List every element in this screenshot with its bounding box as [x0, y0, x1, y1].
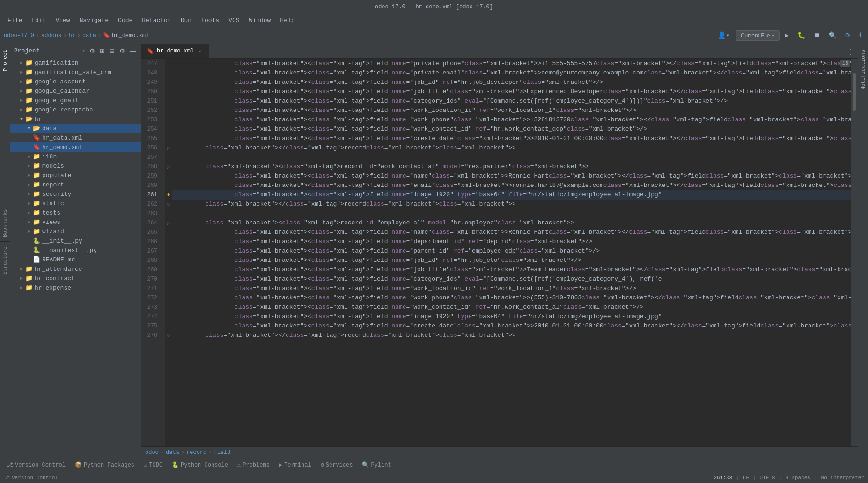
- tree-item-google-recaptcha[interactable]: ▶ 📁 google_recaptcha: [10, 105, 141, 114]
- code-line-255[interactable]: class="xml-bracket"><class="xml-tag">fie…: [172, 134, 851, 143]
- menu-help[interactable]: Help: [276, 16, 298, 25]
- tree-item-wizard[interactable]: ▶ 📁 wizard: [10, 227, 141, 236]
- structure-panel-label[interactable]: Structure: [0, 242, 10, 280]
- menu-code[interactable]: Code: [114, 16, 136, 25]
- profile-icon-btn[interactable]: 👤▾: [715, 30, 732, 41]
- tree-item-google-gmail[interactable]: ▶ 📁 google_gmail: [10, 96, 141, 105]
- bottom-tab-terminal[interactable]: ▶ Terminal: [274, 460, 316, 470]
- breadcrumb-hr[interactable]: hr: [68, 32, 75, 39]
- panel-expand-icon[interactable]: ⊞: [98, 47, 106, 55]
- tree-item-populate[interactable]: ▶ 📁 populate: [10, 171, 141, 180]
- code-line-257[interactable]: [172, 153, 851, 162]
- menu-refactor[interactable]: Refactor: [138, 16, 175, 25]
- code-line-273[interactable]: class="xml-bracket"><class="xml-tag">fie…: [172, 303, 851, 312]
- code-line-272[interactable]: class="xml-bracket"><class="xml-tag">fie…: [172, 293, 851, 303]
- tree-item-hr-demo-xml[interactable]: 🔖 hr_demo.xml: [10, 142, 141, 152]
- tree-item-static[interactable]: ▶ 📁 static: [10, 199, 141, 208]
- run-btn[interactable]: ▶: [782, 30, 792, 41]
- menu-edit[interactable]: Edit: [28, 16, 50, 25]
- code-line-258[interactable]: class="xml-bracket"><class="xml-tag">rec…: [172, 162, 851, 171]
- bottom-tab-problems[interactable]: ⚠ Problems: [233, 460, 274, 470]
- code-line-256[interactable]: class="xml-bracket"></class="xml-tag">re…: [172, 143, 851, 153]
- stop-btn[interactable]: ⏹: [811, 30, 823, 41]
- bottom-tab-todo[interactable]: ☑ TODO: [139, 460, 167, 470]
- tree-item-hr-expense[interactable]: ▶ 📁 hr_expense: [10, 283, 141, 292]
- indent-item[interactable]: 4 spaces: [786, 475, 810, 481]
- bottom-tab-pylint[interactable]: 🔍 Pylint: [357, 460, 396, 470]
- scrollbar-thumb[interactable]: [853, 73, 856, 111]
- code-line-274[interactable]: class="xml-bracket"><class="xml-tag">fie…: [172, 312, 851, 321]
- menu-vcs[interactable]: VCS: [225, 16, 243, 25]
- tree-item-google-calendar[interactable]: ▶ 📁 google_calendar: [10, 86, 141, 96]
- panel-close-icon[interactable]: —: [128, 47, 137, 55]
- code-line-276[interactable]: class="xml-bracket"></class="xml-tag">re…: [172, 331, 851, 340]
- tree-item-hr-data-xml[interactable]: 🔖 hr_data.xml: [10, 133, 141, 142]
- encoding-item[interactable]: UTF-8: [760, 475, 775, 481]
- interpreter-item[interactable]: No interpreter: [821, 475, 864, 481]
- code-line-248[interactable]: class="xml-bracket"><class="xml-tag">fie…: [172, 68, 851, 78]
- code-line-271[interactable]: class="xml-bracket"><class="xml-tag">fie…: [172, 284, 851, 293]
- tree-item-manifest-py[interactable]: 🐍 __manifest__.py: [10, 245, 141, 255]
- scrollbar-area[interactable]: 16: [851, 59, 858, 446]
- code-line-254[interactable]: class="xml-bracket"><class="xml-tag">fie…: [172, 125, 851, 134]
- editor-breadcrumb-odoo[interactable]: odoo: [145, 449, 159, 456]
- breadcrumb-addons[interactable]: addons: [41, 32, 61, 39]
- tree-item-gamification-sale-crm[interactable]: ▶ 📁 gamification_sale_crm: [10, 67, 141, 77]
- breadcrumb-data[interactable]: data: [82, 32, 96, 39]
- code-line-267[interactable]: class="xml-bracket"><class="xml-tag">fie…: [172, 246, 851, 256]
- code-content[interactable]: class="xml-bracket"><class="xml-tag">fie…: [172, 59, 851, 446]
- code-line-264[interactable]: class="xml-bracket"><class="xml-tag">rec…: [172, 218, 851, 228]
- panel-settings-icon[interactable]: ⚙: [88, 47, 96, 55]
- notifications-strip-label[interactable]: Notifications: [860, 46, 867, 94]
- help-circle-btn[interactable]: ℹ: [856, 30, 864, 41]
- panel-collapse-icon[interactable]: ⊟: [108, 47, 116, 55]
- editor-breadcrumb-record[interactable]: record: [186, 449, 206, 456]
- code-line-262[interactable]: class="xml-bracket"></class="xml-tag">re…: [172, 200, 851, 209]
- tree-item-hr-contract[interactable]: ▶ 📁 hr_contract: [10, 274, 141, 283]
- tree-item-security[interactable]: ▶ 📁 security: [10, 189, 141, 199]
- menu-tools[interactable]: Tools: [197, 16, 223, 25]
- panel-gear-icon[interactable]: ⚙: [118, 47, 126, 55]
- tree-item-models[interactable]: ▶ 📁 models: [10, 161, 141, 171]
- code-line-247[interactable]: class="xml-bracket"><class="xml-tag">fie…: [172, 59, 851, 68]
- fold-icon[interactable]: ▷: [167, 220, 170, 227]
- panel-dropdown-arrow[interactable]: ▾: [82, 48, 85, 54]
- bottom-tab-version-control[interactable]: ⎇ Version Control: [2, 460, 70, 470]
- tree-item-report[interactable]: ▶ 📁 report: [10, 180, 141, 189]
- tab-close-btn[interactable]: ✕: [197, 48, 203, 54]
- fold-icon[interactable]: ▷: [167, 163, 170, 171]
- code-line-260[interactable]: class="xml-bracket"><class="xml-tag">fie…: [172, 181, 851, 190]
- code-line-270[interactable]: class="xml-bracket"><class="xml-tag">fie…: [172, 275, 851, 284]
- update-btn[interactable]: ⟳: [842, 30, 853, 41]
- code-line-263[interactable]: [172, 209, 851, 218]
- tree-item-hr[interactable]: ▼ 📂 hr: [10, 114, 141, 124]
- tree-item-i18n[interactable]: ▶ 📁 i18n: [10, 152, 141, 161]
- menu-run[interactable]: Run: [177, 16, 195, 25]
- breadcrumb-root[interactable]: odoo-17.0: [4, 32, 34, 39]
- fold-icon[interactable]: ▷: [167, 332, 170, 339]
- tree-item-tests[interactable]: ▶ 📁 tests: [10, 208, 141, 217]
- code-line-251[interactable]: class="xml-bracket"><class="xml-tag">fie…: [172, 97, 851, 106]
- code-line-275[interactable]: class="xml-bracket"><class="xml-tag">fie…: [172, 321, 851, 331]
- code-line-259[interactable]: class="xml-bracket"><class="xml-tag">fie…: [172, 171, 851, 181]
- tab-more-btn[interactable]: ⋮: [843, 47, 858, 58]
- editor-breadcrumb-field[interactable]: field: [213, 449, 230, 456]
- code-line-253[interactable]: class="xml-bracket"><class="xml-tag">fie…: [172, 115, 851, 125]
- code-line-268[interactable]: class="xml-bracket"><class="xml-tag">fie…: [172, 256, 851, 265]
- project-strip-label[interactable]: Project: [1, 46, 9, 75]
- menu-window[interactable]: Window: [245, 16, 275, 25]
- debug-btn[interactable]: 🐛: [794, 30, 808, 41]
- tree-item-init-py[interactable]: 🐍 __init__.py: [10, 236, 141, 245]
- tree-item-hr-attendance[interactable]: ▶ 📁 hr_attendance: [10, 264, 141, 274]
- menu-view[interactable]: View: [51, 16, 74, 25]
- bottom-tab-python-packages[interactable]: 📦 Python Packages: [70, 460, 139, 470]
- code-line-265[interactable]: class="xml-bracket"><class="xml-tag">fie…: [172, 228, 851, 237]
- code-line-250[interactable]: class="xml-bracket"><class="xml-tag">fie…: [172, 87, 851, 97]
- fold-icon[interactable]: ▷: [167, 201, 170, 208]
- tree-item-readme-md[interactable]: 📄 README.md: [10, 255, 141, 264]
- menu-navigate[interactable]: Navigate: [76, 16, 112, 25]
- fold-icon[interactable]: ▷: [167, 145, 170, 152]
- tree-item-google-account[interactable]: ▶ 📁 google_account: [10, 77, 141, 86]
- bottom-tab-services[interactable]: ⚙ Services: [316, 460, 358, 470]
- tree-item-views[interactable]: ▶ 📁 views: [10, 217, 141, 227]
